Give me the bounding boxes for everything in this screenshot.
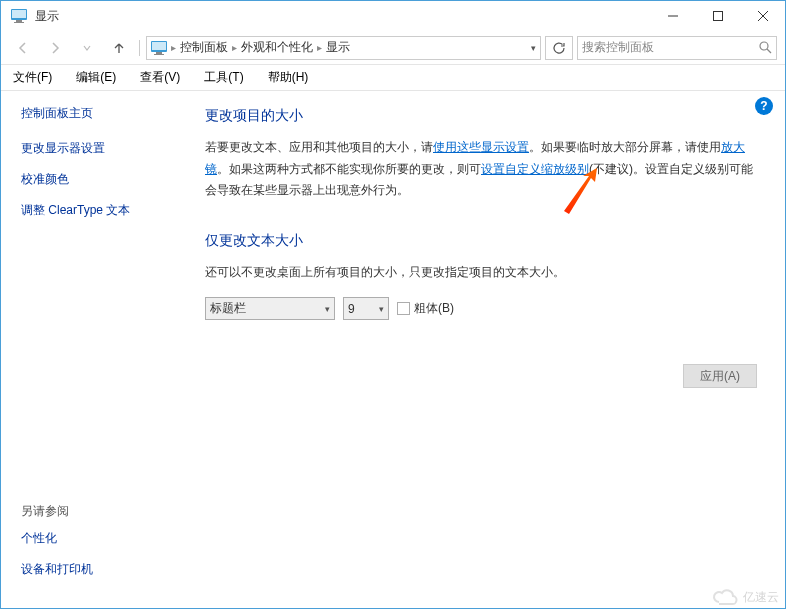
text-size-controls: 标题栏 ▾ 9 ▾ 粗体(B): [205, 297, 761, 320]
svg-rect-6: [152, 42, 166, 50]
menu-tools[interactable]: 工具(T): [200, 67, 247, 88]
apply-button[interactable]: 应用(A): [683, 364, 757, 388]
navbar: ▸ 控制面板 ▸ 外观和个性化 ▸ 显示 ▾ 搜索控制面板: [1, 31, 785, 65]
chevron-right-icon: ▸: [317, 42, 322, 53]
sidebar: 控制面板主页 更改显示器设置 校准颜色 调整 ClearType 文本 另请参阅…: [1, 91, 201, 606]
sidebar-item-display-settings[interactable]: 更改显示器设置: [21, 140, 181, 157]
title-element-select[interactable]: 标题栏 ▾: [205, 297, 335, 320]
monitor-icon: [151, 40, 167, 56]
sidebar-home[interactable]: 控制面板主页: [21, 105, 181, 122]
link-custom-scaling[interactable]: 设置自定义缩放级别: [481, 162, 589, 176]
menu-file[interactable]: 文件(F): [9, 67, 56, 88]
sidebar-item-devices-printers[interactable]: 设备和打印机: [21, 561, 181, 578]
titlebar: 显示: [1, 1, 785, 31]
see-also-heading: 另请参阅: [21, 503, 181, 520]
link-display-settings[interactable]: 使用这些显示设置: [433, 140, 529, 154]
window-icon: [11, 8, 27, 24]
chevron-down-icon: ▾: [379, 304, 384, 314]
breadcrumb-item[interactable]: 控制面板: [180, 39, 228, 56]
section1-heading: 更改项目的大小: [205, 107, 761, 125]
svg-rect-4: [713, 12, 722, 21]
refresh-button[interactable]: [545, 36, 573, 60]
section1-paragraph: 若要更改文本、应用和其他项目的大小，请使用这些显示设置。如果要临时放大部分屏幕，…: [205, 137, 761, 202]
body: ? 控制面板主页 更改显示器设置 校准颜色 调整 ClearType 文本 另请…: [1, 91, 785, 606]
svg-rect-2: [16, 20, 22, 22]
bold-checkbox[interactable]: [397, 302, 410, 315]
maximize-button[interactable]: [695, 1, 740, 31]
bold-checkbox-row: 粗体(B): [397, 300, 454, 317]
forward-button[interactable]: [41, 35, 69, 61]
breadcrumb-item[interactable]: 显示: [326, 39, 350, 56]
up-button[interactable]: [105, 35, 133, 61]
search-placeholder: 搜索控制面板: [582, 39, 759, 56]
menu-edit[interactable]: 编辑(E): [72, 67, 120, 88]
separator: [139, 40, 140, 56]
recent-dropdown[interactable]: [73, 35, 101, 61]
svg-rect-7: [156, 52, 162, 54]
close-button[interactable]: [740, 1, 785, 31]
minimize-button[interactable]: [650, 1, 695, 31]
chevron-down-icon[interactable]: ▾: [531, 43, 536, 53]
section2-paragraph: 还可以不更改桌面上所有项目的大小，只更改指定项目的文本大小。: [205, 262, 761, 284]
menu-help[interactable]: 帮助(H): [264, 67, 313, 88]
menu-view[interactable]: 查看(V): [136, 67, 184, 88]
search-icon: [759, 41, 772, 54]
breadcrumb-item[interactable]: 外观和个性化: [241, 39, 313, 56]
sidebar-item-cleartype[interactable]: 调整 ClearType 文本: [21, 202, 181, 219]
svg-rect-8: [154, 54, 164, 55]
chevron-down-icon: ▾: [325, 304, 330, 314]
svg-rect-3: [14, 22, 24, 23]
search-input[interactable]: 搜索控制面板: [577, 36, 777, 60]
chevron-right-icon: ▸: [232, 42, 237, 53]
section2-heading: 仅更改文本大小: [205, 232, 761, 250]
sidebar-item-calibrate-color[interactable]: 校准颜色: [21, 171, 181, 188]
content: 更改项目的大小 若要更改文本、应用和其他项目的大小，请使用这些显示设置。如果要临…: [201, 91, 785, 606]
sidebar-item-personalization[interactable]: 个性化: [21, 530, 181, 547]
svg-point-9: [760, 42, 768, 50]
menubar: 文件(F) 编辑(E) 查看(V) 工具(T) 帮助(H): [1, 65, 785, 91]
back-button[interactable]: [9, 35, 37, 61]
svg-rect-1: [12, 10, 26, 18]
font-size-select[interactable]: 9 ▾: [343, 297, 389, 320]
window-title: 显示: [35, 8, 650, 25]
breadcrumb[interactable]: ▸ 控制面板 ▸ 外观和个性化 ▸ 显示 ▾: [146, 36, 541, 60]
bold-label: 粗体(B): [414, 300, 454, 317]
chevron-right-icon: ▸: [171, 42, 176, 53]
